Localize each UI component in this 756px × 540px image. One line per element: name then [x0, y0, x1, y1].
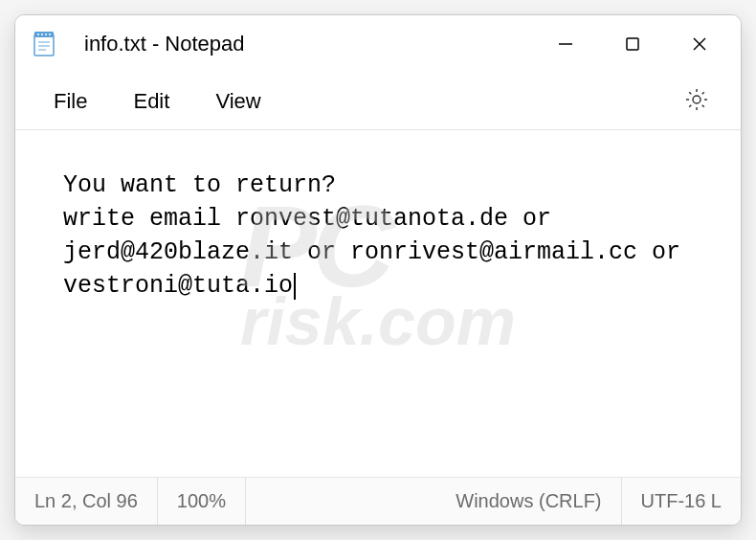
settings-button[interactable]	[668, 79, 725, 124]
close-button[interactable]	[666, 20, 733, 68]
notepad-window: info.txt - Notepad File Edit View You wa…	[14, 14, 742, 526]
document-text: You want to return? write email ronvest@…	[63, 171, 695, 300]
menubar: File Edit View	[15, 73, 741, 130]
status-cursor-position: Ln 2, Col 96	[15, 478, 158, 525]
svg-point-4	[45, 34, 47, 35]
maximize-button[interactable]	[599, 20, 666, 68]
gear-icon	[683, 86, 710, 113]
window-controls	[532, 20, 733, 68]
notepad-app-icon	[33, 31, 56, 57]
status-line-ending: Windows (CRLF)	[436, 478, 621, 525]
svg-point-13	[693, 96, 700, 103]
status-zoom: 100%	[158, 478, 246, 525]
svg-point-5	[49, 34, 51, 35]
svg-point-2	[37, 34, 39, 35]
titlebar[interactable]: info.txt - Notepad	[15, 15, 741, 73]
text-caret	[294, 273, 296, 300]
svg-rect-0	[34, 34, 54, 56]
status-encoding: UTF-16 L	[622, 478, 741, 525]
window-title: info.txt - Notepad	[84, 32, 532, 56]
minimize-button[interactable]	[532, 20, 599, 68]
svg-rect-10	[627, 38, 638, 50]
svg-point-3	[41, 34, 43, 35]
menu-edit[interactable]: Edit	[110, 81, 192, 122]
menu-file[interactable]: File	[31, 81, 110, 122]
statusbar: Ln 2, Col 96 100% Windows (CRLF) UTF-16 …	[15, 477, 741, 525]
text-editor-area[interactable]: You want to return? write email ronvest@…	[15, 130, 741, 477]
menu-view[interactable]: View	[192, 81, 283, 122]
